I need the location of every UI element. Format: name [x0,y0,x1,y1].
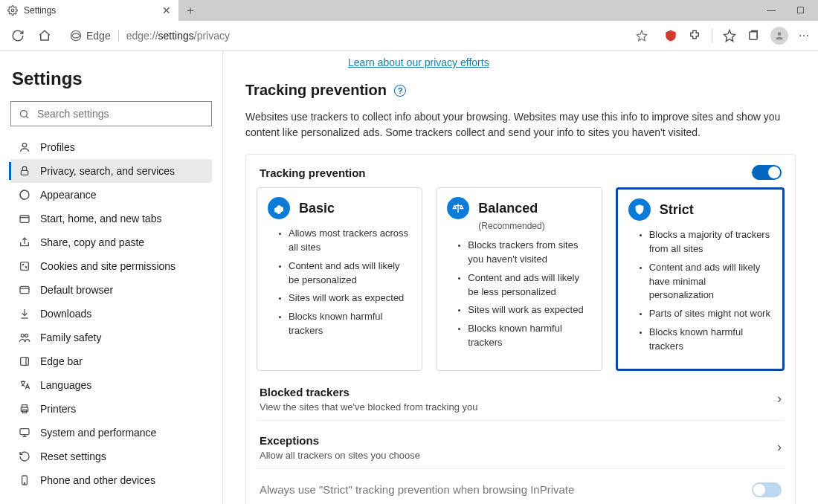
edge-bar-icon [18,355,31,367]
sidebar-item-share[interactable]: Share, copy and paste [10,230,212,254]
browser-icon [18,284,31,296]
search-icon [19,109,30,120]
svg-rect-12 [20,286,29,293]
blocked-trackers-row[interactable]: Blocked trackers View the sites that we'… [257,377,785,416]
sidebar-item-default-browser[interactable]: Default browser [10,278,212,302]
sidebar-item-appearance[interactable]: Appearance [10,183,212,207]
toolbar: Edge edge://settings/privacy ⋯ [0,21,818,51]
home-icon[interactable] [36,27,54,45]
svg-rect-2 [750,31,758,39]
site-identity: Edge [70,30,111,42]
svg-point-4 [21,110,28,117]
card-balanced[interactable]: Balanced (Recommended) Blocks trackers f… [436,187,602,371]
page-title: Settings [12,68,212,89]
sidebar-item-reset[interactable]: Reset settings [10,445,212,468]
system-icon [18,427,31,439]
svg-rect-9 [21,262,29,271]
more-icon[interactable]: ⋯ [799,30,809,42]
settings-main: Learn about our privacy efforts Tracking… [223,51,818,504]
section-description: Websites use trackers to collect info ab… [245,109,781,140]
svg-point-11 [25,267,26,268]
titlebar: Settings ✕ ＋ — ☐ [0,0,818,21]
section-title: Tracking prevention ? [245,82,796,99]
languages-icon [18,379,31,391]
svg-point-0 [11,9,14,12]
chevron-right-icon: › [777,391,782,407]
maximize-icon[interactable]: ☐ [796,5,805,16]
favorites-icon[interactable] [723,29,736,42]
sidebar-item-start[interactable]: Start, home, and new tabs [10,207,212,230]
sidebar-item-downloads[interactable]: Downloads [10,302,212,326]
sidebar-item-family[interactable]: Family safety [10,326,212,349]
svg-point-20 [24,482,25,483]
tabs-icon [18,213,31,224]
search-input[interactable] [37,108,204,120]
inprivate-toggle[interactable] [752,482,782,497]
panel-heading: Tracking prevention [260,167,366,179]
favorite-star-icon[interactable] [636,30,648,42]
toolbar-right: ⋯ [664,27,809,45]
svg-rect-8 [20,216,29,222]
new-tab-button[interactable]: ＋ [178,0,202,21]
sidebar-item-profiles[interactable]: Profiles [10,135,212,159]
sidebar-item-edge-bar[interactable]: Edge bar [10,349,212,373]
family-icon [18,332,31,343]
printer-icon [18,403,31,415]
phone-icon [18,474,31,486]
card-basic[interactable]: Basic Allows most trackers across all si… [257,187,422,371]
address-bar[interactable]: Edge edge://settings/privacy [62,25,655,46]
extensions-icon[interactable] [688,29,701,42]
sidebar-item-privacy[interactable]: Privacy, search, and services [10,159,212,183]
sidebar-item-system[interactable]: System and performance [10,421,212,445]
svg-rect-15 [21,358,29,366]
svg-rect-18 [20,429,29,435]
tab-title: Settings [24,5,56,16]
settings-nav: Profiles Privacy, search, and services A… [10,135,212,492]
url-text: edge://settings/privacy [126,30,628,42]
settings-sidebar: Settings Profiles Privacy, search, and s… [0,51,223,504]
lock-icon [18,165,31,177]
browser-tab[interactable]: Settings ✕ [0,0,178,21]
svg-point-10 [22,264,23,265]
svg-point-13 [21,334,24,337]
tracking-toggle[interactable] [752,165,782,180]
sidebar-item-languages[interactable]: Languages [10,373,212,397]
download-icon [18,308,31,320]
privacy-link[interactable]: Learn about our privacy efforts [348,56,796,68]
card-strict[interactable]: Strict Blocks a majority of trackers fro… [616,187,785,371]
strict-icon [628,198,651,221]
balanced-icon [447,197,469,219]
share-icon [18,236,31,248]
search-settings[interactable] [10,101,212,126]
inprivate-row[interactable]: Always use "Strict" tracking prevention … [257,474,785,500]
basic-icon [268,197,290,219]
close-icon[interactable]: ✕ [162,4,171,16]
svg-point-14 [25,334,28,337]
cookies-icon [18,260,31,272]
gear-icon [7,5,18,16]
adblock-icon[interactable] [664,29,677,42]
help-icon[interactable]: ? [394,85,406,97]
appearance-icon [18,189,31,201]
minimize-icon[interactable]: — [767,5,776,16]
svg-point-5 [22,143,26,147]
collections-icon[interactable] [747,29,760,42]
sidebar-item-phone[interactable]: Phone and other devices [10,468,212,492]
svg-rect-6 [21,170,28,175]
sidebar-item-cookies[interactable]: Cookies and site permissions [10,254,212,278]
sidebar-item-printers[interactable]: Printers [10,397,212,421]
reset-icon [18,450,31,462]
window-controls: — ☐ [767,0,818,21]
profile-icon [18,141,31,153]
reload-icon[interactable] [9,27,27,45]
chevron-right-icon: › [777,439,782,455]
profile-avatar[interactable] [770,27,788,45]
tracking-panel: Tracking prevention Basic Allows most tr… [245,154,796,504]
svg-point-3 [778,32,782,36]
exceptions-row[interactable]: Exceptions Allow all trackers on sites y… [257,425,785,464]
